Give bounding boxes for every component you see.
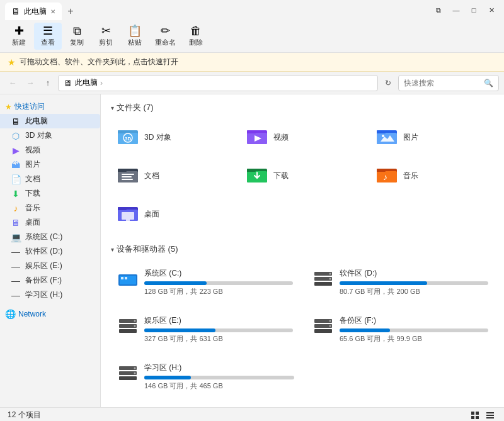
sidebar-item-pictures[interactable]: 🏔 图片 — [0, 157, 100, 172]
drive-item-d[interactable]: 软件区 (D:) 80.7 GB 可用，共 200 GB — [306, 262, 494, 302]
sidebar-d-label: 软件区 (D:) — [25, 246, 62, 257]
folder-item-pictures[interactable]: 图片 — [370, 121, 494, 154]
up-button[interactable]: ↑ — [40, 76, 55, 91]
copy-icon: ⧉ — [73, 25, 81, 36]
network-section[interactable]: 🌐 Network — [0, 307, 100, 321]
view-icon: ☰ — [43, 25, 53, 36]
list-view-button[interactable] — [484, 409, 496, 422]
new-tab-button[interactable]: + — [62, 3, 79, 20]
folders-chevron: ▾ — [111, 104, 114, 111]
folders-section-title: 文件夹 (7) — [117, 102, 154, 113]
sidebar-item-desktop[interactable]: 🖥 桌面 — [0, 215, 100, 230]
folder-music-icon: ♪ — [375, 164, 398, 188]
folder-docs-name: 文档 — [144, 171, 159, 181]
folder-downloads-name: 下载 — [273, 171, 289, 181]
h-drive-bar-bg — [144, 376, 294, 379]
f-drive-bar-fill — [340, 328, 390, 332]
folder-desktop-name: 桌面 — [144, 209, 159, 220]
folder-item-desktop[interactable]: 桌面 — [111, 198, 235, 231]
folder-item-docs[interactable]: 文档 — [111, 159, 235, 193]
close-button[interactable]: ✕ — [484, 3, 499, 18]
refresh-button[interactable]: ↻ — [381, 76, 396, 91]
quick-access-section[interactable]: ★ 快速访问 — [0, 99, 100, 114]
sidebar-item-docs[interactable]: 📄 文档 — [0, 172, 100, 186]
tab-this-pc[interactable]: 🖥 此电脑 ✕ — [5, 3, 62, 20]
desktop-icon: 🖥 — [10, 218, 21, 228]
grid-view-button[interactable] — [469, 409, 481, 422]
folder-item-3d[interactable]: 3D 3D 对象 — [111, 121, 235, 154]
sidebar-item-video[interactable]: ▶ 视频 — [0, 143, 100, 157]
this-pc-label: 此电脑 — [25, 116, 48, 126]
search-input[interactable] — [404, 79, 481, 87]
drive-item-h-container: 学习区 (H:) 146 GB 可用，共 465 GB — [111, 357, 300, 396]
h-drive-bar-fill — [144, 376, 191, 379]
e-drive-bar-fill — [144, 328, 215, 332]
svg-rect-60 — [486, 415, 494, 416]
drive-item-e[interactable]: 娱乐区 (E:) 327 GB 可用，共 631 GB — [111, 310, 299, 349]
sidebar-item-f[interactable]: — 备份区 (F:) — [0, 273, 100, 288]
tab-icon: 🖥 — [11, 6, 20, 16]
tab-close-button[interactable]: ✕ — [50, 8, 55, 15]
folder-item-video[interactable]: 视频 — [240, 121, 364, 154]
sidebar-item-e[interactable]: — 娱乐区 (E:) — [0, 259, 100, 273]
toolbar-copy[interactable]: ⧉ 复制 — [63, 23, 91, 50]
d-drive-space: 80.7 GB 可用，共 200 GB — [340, 287, 488, 296]
svg-point-53 — [134, 368, 136, 369]
svg-point-38 — [329, 273, 331, 275]
toolbar-delete[interactable]: 🗑 删除 — [182, 23, 210, 50]
folder-item-downloads[interactable]: 下载 — [240, 159, 364, 193]
sidebar-c-label: 系统区 (C:) — [25, 232, 62, 242]
toolbar-view[interactable]: ☰ 查看 — [34, 23, 62, 50]
snap-button[interactable]: ⧉ — [431, 3, 446, 18]
sidebar-item-3d[interactable]: ⬡ 3D 对象 — [0, 128, 100, 143]
sidebar-item-c[interactable]: 💻 系统区 (C:) — [0, 230, 100, 244]
svg-rect-28 — [118, 207, 127, 210]
svg-rect-21 — [247, 169, 256, 172]
d-drive-bar-fill — [340, 281, 427, 285]
folder-video-name: 视频 — [273, 132, 289, 143]
f-drive-icon — [312, 317, 335, 340]
toolbar-cut[interactable]: ✂ 剪切 — [92, 23, 120, 50]
sidebar-item-downloads[interactable]: ⬇ 下载 — [0, 186, 100, 201]
svg-rect-55 — [471, 412, 474, 415]
svg-rect-33 — [121, 277, 123, 279]
h-drive-icon: — — [10, 290, 21, 300]
minimize-button[interactable]: — — [449, 3, 464, 18]
c-drive-bar-bg — [144, 281, 293, 285]
c-drive-name: 系统区 (C:) — [144, 268, 293, 279]
toolbar-rename[interactable]: ✏ 重命名 — [150, 23, 181, 50]
sidebar-downloads-label: 下载 — [25, 188, 40, 199]
drives-section-header[interactable]: ▾ 设备和驱动器 (5) — [111, 244, 494, 255]
search-box[interactable]: 🔍 — [398, 75, 499, 91]
f-drive-info: 备份区 (F:) 65.6 GB 可用，共 99.9 GB — [340, 315, 488, 344]
sidebar-item-music[interactable]: ♪ 音乐 — [0, 201, 100, 215]
sidebar-item-d[interactable]: — 软件区 (D:) — [0, 244, 100, 259]
sidebar-desktop-label: 桌面 — [25, 217, 40, 228]
back-button[interactable]: ← — [5, 76, 20, 91]
toolbar-paste[interactable]: 📋 粘贴 — [121, 23, 149, 50]
svg-rect-15 — [118, 169, 127, 172]
sidebar-item-h[interactable]: — 学习区 (H:) — [0, 288, 100, 302]
music-icon: ♪ — [10, 203, 21, 213]
drive-item-c[interactable]: 系统区 (C:) 128 GB 可用，共 223 GB — [111, 262, 299, 302]
star-icon: ★ — [8, 57, 16, 67]
folders-section-header[interactable]: ▾ 文件夹 (7) — [111, 102, 494, 113]
address-path[interactable]: 🖥 此电脑 › — [58, 75, 378, 91]
svg-rect-59 — [486, 412, 494, 413]
address-bar: ← → ↑ 🖥 此电脑 › ↻ 🔍 — [0, 72, 504, 94]
sidebar-e-label: 娱乐区 (E:) — [25, 261, 62, 271]
svg-point-54 — [134, 373, 136, 374]
d-drive-info: 软件区 (D:) 80.7 GB 可用，共 200 GB — [340, 268, 488, 296]
toolbar-new[interactable]: ✚ 新建 — [5, 23, 33, 50]
c-drive-bar-fill — [144, 281, 207, 285]
sidebar-item-this-pc[interactable]: 🖥 此电脑 — [0, 114, 100, 128]
maximize-button[interactable]: □ — [466, 3, 481, 18]
folder-3d-name: 3D 对象 — [144, 132, 171, 143]
drive-item-f[interactable]: 备份区 (F:) 65.6 GB 可用，共 99.9 GB — [306, 310, 494, 349]
h-drive-icon — [117, 364, 139, 387]
svg-rect-56 — [476, 412, 479, 415]
drive-item-h[interactable]: 学习区 (H:) 146 GB 可用，共 465 GB — [111, 357, 300, 396]
folder-item-music[interactable]: ♪ 音乐 — [370, 159, 494, 193]
svg-rect-30 — [126, 220, 130, 221]
forward-button[interactable]: → — [23, 76, 38, 91]
